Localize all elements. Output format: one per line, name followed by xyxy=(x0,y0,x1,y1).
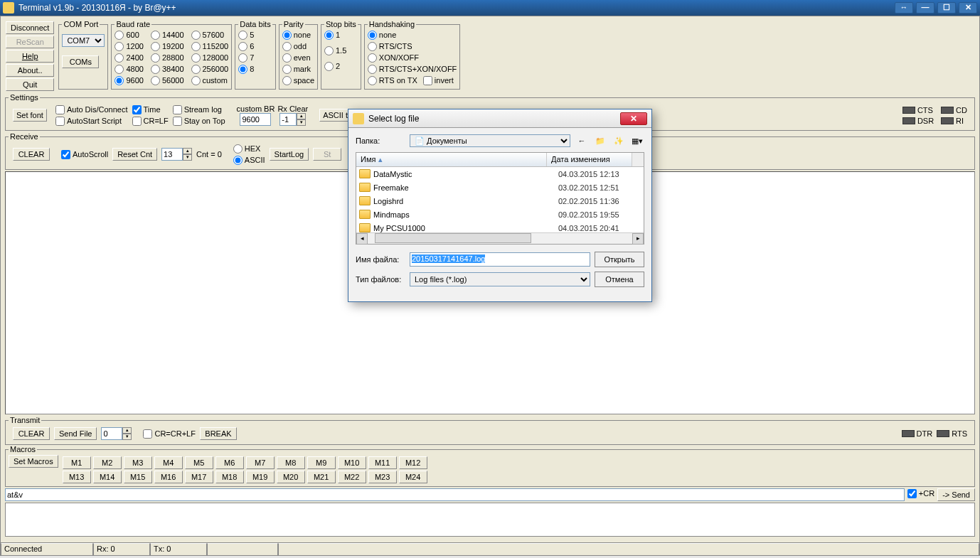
hand-XONXOFF-radio[interactable]: XON/XOFF xyxy=(368,53,457,63)
file-row[interactable]: My PCSU100004.03.2015 20:41 xyxy=(356,221,644,232)
resetcnt-button[interactable]: Reset Cnt xyxy=(112,148,157,161)
macro-m5-button[interactable]: M5 xyxy=(185,456,213,469)
col-name[interactable]: Имя ▴ xyxy=(356,153,547,166)
rxclear-down[interactable]: ▾ xyxy=(297,119,306,126)
stopbits-15-radio[interactable]: 1.5 xyxy=(324,45,358,55)
macro-m16-button[interactable]: M16 xyxy=(154,471,183,483)
baud-57600-radio[interactable]: 57600 xyxy=(191,30,229,40)
about-button[interactable]: About.. xyxy=(6,64,54,77)
custombr-input[interactable] xyxy=(240,113,271,126)
hscroll-track[interactable] xyxy=(368,233,632,244)
sendfile-button[interactable]: Send File xyxy=(54,427,97,440)
cnt-up[interactable]: ▴ xyxy=(183,148,192,154)
macro-m13-button[interactable]: M13 xyxy=(63,471,91,483)
minimize-button[interactable]: — xyxy=(916,2,934,14)
send-button[interactable]: -> Send xyxy=(937,488,975,501)
autodis-checkbox[interactable] xyxy=(55,105,65,114)
hscroll-left[interactable]: ◂ xyxy=(356,233,368,245)
baud-4800-radio[interactable]: 4800 xyxy=(114,64,143,74)
delay-down[interactable]: ▾ xyxy=(122,434,132,440)
stopbits-2-radio[interactable]: 2 xyxy=(324,61,358,71)
rxclear-input[interactable] xyxy=(279,113,297,126)
break-button[interactable]: BREAK xyxy=(200,427,237,440)
baud-38400-radio[interactable]: 38400 xyxy=(151,64,184,74)
parity-odd-radio[interactable]: odd xyxy=(282,41,314,51)
disconnect-button[interactable]: Disconnect xyxy=(6,21,54,34)
baud-9600-radio[interactable]: 9600 xyxy=(114,75,143,85)
macro-m17-button[interactable]: M17 xyxy=(185,471,213,483)
hand-RTSCTS-radio[interactable]: RTS/CTS xyxy=(368,41,457,51)
command-input[interactable] xyxy=(5,488,905,501)
quit-button[interactable]: Quit xyxy=(6,78,54,91)
dialog-close-button[interactable]: ✕ xyxy=(620,112,647,125)
macro-m23-button[interactable]: M23 xyxy=(368,471,397,483)
macro-m15-button[interactable]: M15 xyxy=(124,471,152,483)
baud-custom-radio[interactable]: custom xyxy=(191,75,229,85)
streamlog-checkbox[interactable] xyxy=(173,105,182,114)
macro-m12-button[interactable]: M12 xyxy=(399,456,427,469)
sendfile-delay-input[interactable] xyxy=(101,427,122,440)
macro-m8-button[interactable]: M8 xyxy=(277,456,305,469)
hscroll-right[interactable]: ▸ xyxy=(632,233,644,245)
parity-mark-radio[interactable]: mark xyxy=(282,64,314,74)
macro-m21-button[interactable]: M21 xyxy=(307,471,336,483)
baud-28800-radio[interactable]: 28800 xyxy=(151,53,184,63)
autostart-checkbox[interactable] xyxy=(55,117,65,126)
cancel-button[interactable]: Отмена xyxy=(595,272,644,287)
up-folder-icon[interactable]: 📁 xyxy=(593,134,607,148)
baud-600-radio[interactable]: 600 xyxy=(114,30,143,40)
file-row[interactable]: Freemake03.02.2015 12:51 xyxy=(356,181,644,194)
databits-5-radio[interactable]: 5 xyxy=(238,30,272,40)
baud-19200-radio[interactable]: 19200 xyxy=(151,41,184,51)
file-listview[interactable]: Имя ▴ Дата изменения DataMystic04.03.201… xyxy=(356,152,644,245)
parity-space-radio[interactable]: space xyxy=(282,75,314,85)
hand-none-radio[interactable]: none xyxy=(368,30,457,40)
setmacros-button[interactable]: Set Macros xyxy=(9,455,58,468)
swap-button[interactable]: ↔ xyxy=(895,2,913,14)
col-date[interactable]: Дата изменения xyxy=(547,153,632,166)
macro-m20-button[interactable]: M20 xyxy=(277,471,305,483)
macro-m7-button[interactable]: M7 xyxy=(246,456,275,469)
setfont-button[interactable]: Set font xyxy=(13,109,47,122)
rxclear-up[interactable]: ▴ xyxy=(297,113,306,119)
coms-button[interactable]: COMs xyxy=(62,55,99,68)
macro-m4-button[interactable]: M4 xyxy=(154,456,183,469)
stoplog-button[interactable]: St xyxy=(313,148,341,161)
baud-2400-radio[interactable]: 2400 xyxy=(114,53,143,63)
file-row[interactable]: Logishrd02.02.2015 11:36 xyxy=(356,194,644,208)
clear-tx-button[interactable]: CLEAR xyxy=(13,427,50,440)
open-button[interactable]: Открыть xyxy=(595,252,644,267)
new-folder-icon[interactable]: ✨ xyxy=(612,134,626,148)
file-row[interactable]: Mindmaps09.02.2015 19:55 xyxy=(356,208,644,221)
view-menu-icon[interactable]: ▦▾ xyxy=(630,134,644,148)
macro-m9-button[interactable]: M9 xyxy=(307,456,336,469)
macro-m19-button[interactable]: M19 xyxy=(246,471,275,483)
clear-rx-button[interactable]: CLEAR xyxy=(13,148,50,161)
comport-select[interactable]: COM7 xyxy=(62,34,105,47)
time-checkbox[interactable] xyxy=(132,105,142,114)
delay-up[interactable]: ▴ xyxy=(122,427,132,434)
macro-m22-button[interactable]: M22 xyxy=(338,471,366,483)
cr-checkbox[interactable] xyxy=(907,489,917,498)
list-vscroll[interactable] xyxy=(632,153,644,166)
databits-8-radio[interactable]: 8 xyxy=(238,64,272,74)
baud-115200-radio[interactable]: 115200 xyxy=(191,41,229,51)
transmit-textarea[interactable] xyxy=(5,503,975,537)
back-icon[interactable]: ← xyxy=(575,134,589,148)
macro-m10-button[interactable]: M10 xyxy=(338,456,366,469)
stayontop-checkbox[interactable] xyxy=(173,117,182,126)
parity-none-radio[interactable]: none xyxy=(282,30,314,40)
crlf-checkbox[interactable] xyxy=(132,117,142,126)
macro-m2-button[interactable]: M2 xyxy=(93,456,122,469)
macro-m18-button[interactable]: M18 xyxy=(215,471,244,483)
filetype-select[interactable]: Log files (*.log) xyxy=(410,272,590,286)
macro-m1-button[interactable]: M1 xyxy=(63,456,91,469)
databits-7-radio[interactable]: 7 xyxy=(238,53,272,63)
cnt-input[interactable] xyxy=(161,148,183,161)
baud-1200-radio[interactable]: 1200 xyxy=(114,41,143,51)
macro-m14-button[interactable]: M14 xyxy=(93,471,122,483)
macro-m3-button[interactable]: M3 xyxy=(124,456,152,469)
hand-RTSCTSXONXOFF-radio[interactable]: RTS/CTS+XON/XOFF xyxy=(368,64,457,74)
baud-128000-radio[interactable]: 128000 xyxy=(191,53,229,63)
macro-m6-button[interactable]: M6 xyxy=(215,456,244,469)
